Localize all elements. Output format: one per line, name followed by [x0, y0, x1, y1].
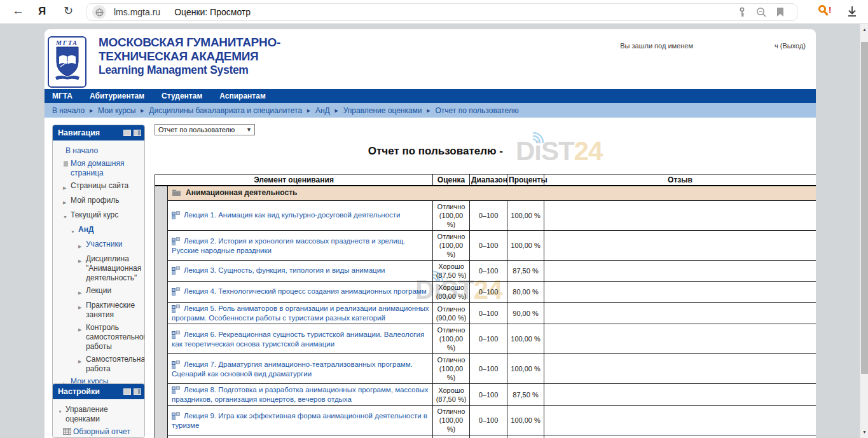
breadcrumb-separator-icon: ► — [306, 107, 312, 114]
chevron-right-icon[interactable]: ▶ — [63, 196, 71, 207]
lesson-icon — [172, 266, 180, 276]
zoom-out-icon[interactable] — [756, 7, 767, 18]
url-text[interactable]: lms.mgta.ru — [114, 7, 160, 17]
dock-block-icon[interactable] — [134, 388, 141, 395]
scroll-down-icon[interactable]: ▼ — [860, 428, 868, 437]
category-name: Анимационная деятельность — [186, 188, 297, 197]
grade-percent: 87,50 % — [507, 261, 544, 282]
chevron-right-icon[interactable]: ▶ — [78, 355, 86, 366]
address-bar[interactable]: lms.mgta.ru Оценки: Просмотр — [86, 3, 797, 21]
grade-item-link[interactable]: Лекция 2. История и хронология массовых … — [172, 237, 405, 254]
chevron-right-icon[interactable]: ▶ — [78, 286, 86, 298]
scrollbar-thumb[interactable] — [861, 42, 868, 374]
sidebar-item[interactable]: ▶Контроль самостоятельной работы — [57, 321, 142, 353]
grade-item-row: Лекция 1. Анимация как вид культурно-дос… — [155, 201, 816, 231]
breadcrumb-link[interactable]: АнД — [315, 106, 330, 115]
grade-item-link[interactable]: Лекция 8. Подготовка и разработка анимац… — [172, 386, 429, 403]
page-background: МГТА МОСКОВСКАЯ ГУМАНИТАРНО- ТЕХНИЧЕСКАЯ… — [0, 25, 868, 438]
navbar-item[interactable]: Абитуриентам — [90, 92, 144, 100]
key-icon[interactable] — [738, 7, 747, 18]
chevron-down-icon[interactable]: ▼ — [71, 225, 78, 236]
navigation-tree: В началоМоя домашняя страница▶Страницы с… — [53, 140, 144, 395]
sidebar-item-label: АнД — [78, 225, 142, 235]
breadcrumb-link[interactable]: Дисциплины бакалавриата и специалитета — [149, 106, 302, 115]
sidebar-item[interactable]: Моя домашняя страница — [57, 157, 142, 179]
logout-link[interactable]: ч (Выход) — [775, 42, 806, 50]
navbar-item[interactable]: Студентам — [162, 92, 202, 100]
grade-value: Отлично(100,00 %) — [433, 231, 470, 261]
grade-value: Хорошо(80,00 %) — [433, 282, 470, 303]
chevron-down-icon[interactable]: ▼ — [63, 210, 71, 222]
column-header: Отзыв — [544, 175, 816, 186]
page-scrollbar[interactable]: ▲ ▼ — [860, 24, 868, 438]
grade-range: 0–100 — [470, 384, 507, 406]
breadcrumb-link[interactable]: В начало — [52, 106, 85, 115]
grade-range: 0–100 — [470, 406, 507, 435]
grade-item-link[interactable]: Лекция 4. Технологический процесс создан… — [184, 287, 427, 295]
sidebar-item-label: Обзорный отчет — [73, 427, 142, 437]
chevron-down-icon[interactable]: ▼ — [58, 405, 65, 416]
grade-item-link[interactable]: Лекция 5. Роль аниматоров в организации … — [172, 305, 429, 322]
grade-item-row: Лекция 9. Игра как эффективная форма ани… — [155, 406, 816, 435]
sidebar-item[interactable]: ▶Участники — [57, 238, 142, 252]
browser-window: ← Я ↻ lms.mgta.ru Оценки: Просмотр ! М — [0, 0, 868, 438]
password-alert-icon[interactable]: ! — [818, 5, 833, 21]
grade-item-link[interactable]: Лекция 6. Рекреационная сущность туристс… — [172, 331, 424, 348]
sidebar-item[interactable]: ▶Мой профиль — [57, 194, 142, 209]
grade-item-row: Лекция 5. Роль аниматоров в организации … — [155, 303, 816, 324]
mgta-logo[interactable]: МГТА — [48, 36, 86, 88]
grade-range: 0–100 — [470, 282, 507, 303]
sidebar-item[interactable]: ▶Самостоятельная работа — [57, 353, 142, 375]
collapse-block-icon[interactable] — [123, 130, 131, 136]
sidebar-item[interactable]: В начало — [57, 144, 142, 157]
grade-item-link[interactable]: Лекция 1. Анимация как вид культурно-дос… — [184, 211, 400, 219]
scroll-up-icon[interactable]: ▲ — [860, 25, 868, 34]
sidebar-item[interactable]: ▶Дисциплина "Анимационная деятельность" — [57, 252, 142, 284]
sidebar-item-label: Практические занятия — [86, 301, 142, 320]
chevron-right-icon[interactable]: ▶ — [78, 323, 86, 334]
grade-feedback — [544, 231, 816, 261]
wifi-arcs-icon — [531, 130, 550, 144]
chevron-right-icon[interactable]: ▶ — [78, 240, 86, 251]
sidebar-item[interactable]: ▼Управление оценками — [57, 403, 142, 425]
grade-item-link[interactable]: Лекция 9. Игра как эффективная форма ани… — [172, 412, 427, 429]
download-icon[interactable] — [846, 5, 858, 20]
grade-percent: 100,00 % — [507, 231, 544, 261]
top-navbar: МГТААбитуриентамСтудентамАспирантам — [45, 89, 816, 103]
sidebar-item-label: Дисциплина "Анимационная деятельность" — [86, 254, 142, 283]
breadcrumb-separator-icon: ► — [426, 107, 432, 114]
dock-block-icon[interactable] — [134, 130, 141, 136]
collapse-block-icon[interactable] — [123, 388, 131, 395]
chevron-right-icon[interactable]: ▶ — [78, 301, 86, 312]
report-type-select[interactable]: Отчет по пользователю ▼ — [155, 124, 255, 135]
lesson-icon — [172, 305, 180, 314]
back-button[interactable]: ← — [12, 4, 24, 18]
login-prefix: Вы зашли под именем — [620, 42, 693, 50]
settings-block: Настройки ▼Управление оценкамиОбзорный о… — [52, 383, 145, 438]
browser-chrome: ← Я ↻ lms.mgta.ru Оценки: Просмотр ! — [0, 0, 868, 24]
bookmark-icon[interactable] — [776, 8, 784, 17]
sidebar-item[interactable]: ▶Страницы сайта — [57, 179, 142, 194]
site-card: МГТА МОСКОВСКАЯ ГУМАНИТАРНО- ТЕХНИЧЕСКАЯ… — [45, 29, 816, 438]
sidebar-item[interactable]: Обзорный отчет — [57, 425, 142, 438]
category-cell: Анимационная деятельность — [168, 186, 816, 201]
breadcrumb-link[interactable]: Управление оценками — [343, 106, 422, 115]
grade-value: Отлично(100,00 %) — [433, 324, 470, 354]
sidebar-item[interactable]: ▼АнД — [57, 223, 142, 238]
sidebar-item[interactable]: ▶Практические занятия — [57, 299, 142, 321]
sidebar-item[interactable]: ▶Лекции — [57, 284, 142, 299]
navbar-item[interactable]: МГТА — [52, 92, 72, 100]
grades-icon — [63, 427, 73, 437]
grade-item-link[interactable]: Лекция 3. Сущность, функция, типология и… — [184, 266, 385, 274]
folder-icon — [172, 189, 181, 198]
chevron-right-icon[interactable]: ▶ — [78, 254, 86, 266]
chevron-right-icon[interactable]: ▶ — [63, 181, 71, 193]
navbar-item[interactable]: Аспирантам — [219, 92, 266, 100]
breadcrumb-link[interactable]: Мои курсы — [98, 106, 135, 115]
reload-button[interactable]: ↻ — [64, 4, 73, 18]
sidebar-item[interactable]: ▼Текущий курс — [57, 209, 142, 223]
breadcrumb-link[interactable]: Отчет по пользователю — [436, 106, 519, 115]
yandex-browser-logo[interactable]: Я — [38, 5, 46, 18]
grade-feedback — [544, 435, 816, 438]
grade-item-link[interactable]: Лекция 7. Драматургия анимационно-театра… — [172, 360, 413, 378]
